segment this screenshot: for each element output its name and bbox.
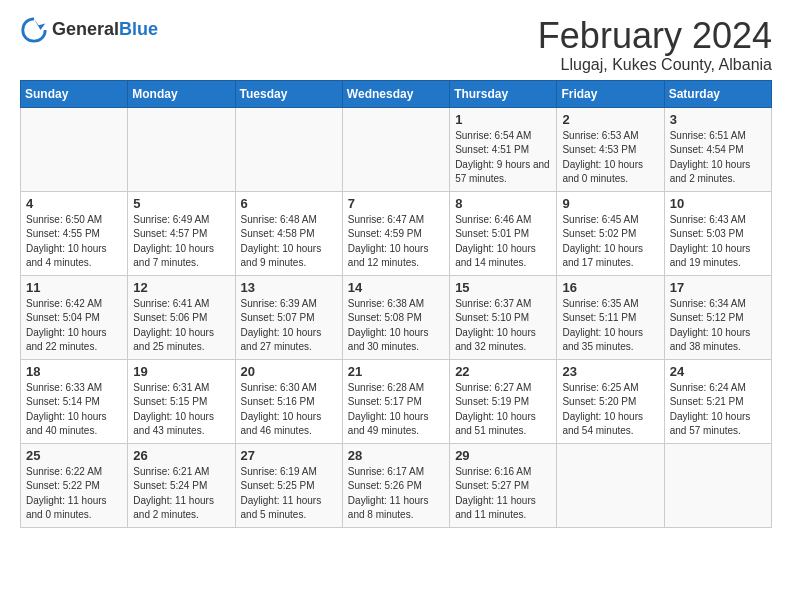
logo-text: GeneralBlue [52, 20, 158, 40]
week-row-4: 18Sunrise: 6:33 AM Sunset: 5:14 PM Dayli… [21, 359, 772, 443]
day-info: Sunrise: 6:21 AM Sunset: 5:24 PM Dayligh… [133, 465, 229, 523]
day-info: Sunrise: 6:50 AM Sunset: 4:55 PM Dayligh… [26, 213, 122, 271]
day-info: Sunrise: 6:35 AM Sunset: 5:11 PM Dayligh… [562, 297, 658, 355]
calendar-cell: 28Sunrise: 6:17 AM Sunset: 5:26 PM Dayli… [342, 443, 449, 527]
logo-icon [20, 16, 48, 44]
day-number: 18 [26, 364, 122, 379]
calendar-cell: 2Sunrise: 6:53 AM Sunset: 4:53 PM Daylig… [557, 107, 664, 191]
day-info: Sunrise: 6:47 AM Sunset: 4:59 PM Dayligh… [348, 213, 444, 271]
calendar-title: February 2024 [538, 16, 772, 56]
calendar-cell [21, 107, 128, 191]
calendar-cell: 13Sunrise: 6:39 AM Sunset: 5:07 PM Dayli… [235, 275, 342, 359]
calendar-subtitle: Llugaj, Kukes County, Albania [538, 56, 772, 74]
week-row-5: 25Sunrise: 6:22 AM Sunset: 5:22 PM Dayli… [21, 443, 772, 527]
header: GeneralBlue February 2024 Llugaj, Kukes … [20, 16, 772, 74]
day-number: 29 [455, 448, 551, 463]
calendar-cell [664, 443, 771, 527]
day-info: Sunrise: 6:25 AM Sunset: 5:20 PM Dayligh… [562, 381, 658, 439]
title-block: February 2024 Llugaj, Kukes County, Alba… [538, 16, 772, 74]
day-number: 15 [455, 280, 551, 295]
day-info: Sunrise: 6:16 AM Sunset: 5:27 PM Dayligh… [455, 465, 551, 523]
col-tuesday: Tuesday [235, 80, 342, 107]
day-number: 19 [133, 364, 229, 379]
calendar-cell: 3Sunrise: 6:51 AM Sunset: 4:54 PM Daylig… [664, 107, 771, 191]
day-number: 25 [26, 448, 122, 463]
day-info: Sunrise: 6:53 AM Sunset: 4:53 PM Dayligh… [562, 129, 658, 187]
calendar-cell: 4Sunrise: 6:50 AM Sunset: 4:55 PM Daylig… [21, 191, 128, 275]
calendar-cell: 9Sunrise: 6:45 AM Sunset: 5:02 PM Daylig… [557, 191, 664, 275]
day-info: Sunrise: 6:37 AM Sunset: 5:10 PM Dayligh… [455, 297, 551, 355]
day-info: Sunrise: 6:41 AM Sunset: 5:06 PM Dayligh… [133, 297, 229, 355]
day-number: 9 [562, 196, 658, 211]
calendar-cell: 21Sunrise: 6:28 AM Sunset: 5:17 PM Dayli… [342, 359, 449, 443]
calendar-cell [235, 107, 342, 191]
day-info: Sunrise: 6:54 AM Sunset: 4:51 PM Dayligh… [455, 129, 551, 187]
calendar-header: Sunday Monday Tuesday Wednesday Thursday… [21, 80, 772, 107]
day-info: Sunrise: 6:31 AM Sunset: 5:15 PM Dayligh… [133, 381, 229, 439]
calendar-cell: 11Sunrise: 6:42 AM Sunset: 5:04 PM Dayli… [21, 275, 128, 359]
week-row-3: 11Sunrise: 6:42 AM Sunset: 5:04 PM Dayli… [21, 275, 772, 359]
col-monday: Monday [128, 80, 235, 107]
day-info: Sunrise: 6:24 AM Sunset: 5:21 PM Dayligh… [670, 381, 766, 439]
day-number: 6 [241, 196, 337, 211]
day-number: 21 [348, 364, 444, 379]
col-wednesday: Wednesday [342, 80, 449, 107]
day-info: Sunrise: 6:42 AM Sunset: 5:04 PM Dayligh… [26, 297, 122, 355]
day-number: 12 [133, 280, 229, 295]
day-number: 3 [670, 112, 766, 127]
day-info: Sunrise: 6:27 AM Sunset: 5:19 PM Dayligh… [455, 381, 551, 439]
day-number: 17 [670, 280, 766, 295]
col-thursday: Thursday [450, 80, 557, 107]
calendar-cell: 8Sunrise: 6:46 AM Sunset: 5:01 PM Daylig… [450, 191, 557, 275]
calendar-cell [342, 107, 449, 191]
day-info: Sunrise: 6:19 AM Sunset: 5:25 PM Dayligh… [241, 465, 337, 523]
calendar-cell: 24Sunrise: 6:24 AM Sunset: 5:21 PM Dayli… [664, 359, 771, 443]
calendar-cell: 23Sunrise: 6:25 AM Sunset: 5:20 PM Dayli… [557, 359, 664, 443]
day-info: Sunrise: 6:34 AM Sunset: 5:12 PM Dayligh… [670, 297, 766, 355]
calendar-cell: 15Sunrise: 6:37 AM Sunset: 5:10 PM Dayli… [450, 275, 557, 359]
calendar-table: Sunday Monday Tuesday Wednesday Thursday… [20, 80, 772, 528]
day-number: 1 [455, 112, 551, 127]
day-number: 22 [455, 364, 551, 379]
col-sunday: Sunday [21, 80, 128, 107]
calendar-cell: 25Sunrise: 6:22 AM Sunset: 5:22 PM Dayli… [21, 443, 128, 527]
day-info: Sunrise: 6:38 AM Sunset: 5:08 PM Dayligh… [348, 297, 444, 355]
day-info: Sunrise: 6:28 AM Sunset: 5:17 PM Dayligh… [348, 381, 444, 439]
day-number: 27 [241, 448, 337, 463]
calendar-cell: 29Sunrise: 6:16 AM Sunset: 5:27 PM Dayli… [450, 443, 557, 527]
day-number: 10 [670, 196, 766, 211]
calendar-cell: 16Sunrise: 6:35 AM Sunset: 5:11 PM Dayli… [557, 275, 664, 359]
calendar-cell: 14Sunrise: 6:38 AM Sunset: 5:08 PM Dayli… [342, 275, 449, 359]
day-number: 13 [241, 280, 337, 295]
calendar-cell [557, 443, 664, 527]
day-info: Sunrise: 6:43 AM Sunset: 5:03 PM Dayligh… [670, 213, 766, 271]
day-number: 4 [26, 196, 122, 211]
calendar-cell: 10Sunrise: 6:43 AM Sunset: 5:03 PM Dayli… [664, 191, 771, 275]
week-row-2: 4Sunrise: 6:50 AM Sunset: 4:55 PM Daylig… [21, 191, 772, 275]
calendar-cell: 27Sunrise: 6:19 AM Sunset: 5:25 PM Dayli… [235, 443, 342, 527]
calendar-cell: 1Sunrise: 6:54 AM Sunset: 4:51 PM Daylig… [450, 107, 557, 191]
calendar-cell: 22Sunrise: 6:27 AM Sunset: 5:19 PM Dayli… [450, 359, 557, 443]
day-number: 2 [562, 112, 658, 127]
day-info: Sunrise: 6:30 AM Sunset: 5:16 PM Dayligh… [241, 381, 337, 439]
col-saturday: Saturday [664, 80, 771, 107]
day-number: 14 [348, 280, 444, 295]
header-row: Sunday Monday Tuesday Wednesday Thursday… [21, 80, 772, 107]
day-number: 7 [348, 196, 444, 211]
calendar-cell: 7Sunrise: 6:47 AM Sunset: 4:59 PM Daylig… [342, 191, 449, 275]
day-number: 8 [455, 196, 551, 211]
day-info: Sunrise: 6:22 AM Sunset: 5:22 PM Dayligh… [26, 465, 122, 523]
day-number: 20 [241, 364, 337, 379]
day-number: 11 [26, 280, 122, 295]
logo: GeneralBlue [20, 16, 158, 44]
day-info: Sunrise: 6:39 AM Sunset: 5:07 PM Dayligh… [241, 297, 337, 355]
day-info: Sunrise: 6:17 AM Sunset: 5:26 PM Dayligh… [348, 465, 444, 523]
day-number: 24 [670, 364, 766, 379]
day-info: Sunrise: 6:51 AM Sunset: 4:54 PM Dayligh… [670, 129, 766, 187]
day-number: 26 [133, 448, 229, 463]
calendar-cell [128, 107, 235, 191]
day-info: Sunrise: 6:49 AM Sunset: 4:57 PM Dayligh… [133, 213, 229, 271]
calendar-body: 1Sunrise: 6:54 AM Sunset: 4:51 PM Daylig… [21, 107, 772, 527]
calendar-cell: 19Sunrise: 6:31 AM Sunset: 5:15 PM Dayli… [128, 359, 235, 443]
day-number: 5 [133, 196, 229, 211]
